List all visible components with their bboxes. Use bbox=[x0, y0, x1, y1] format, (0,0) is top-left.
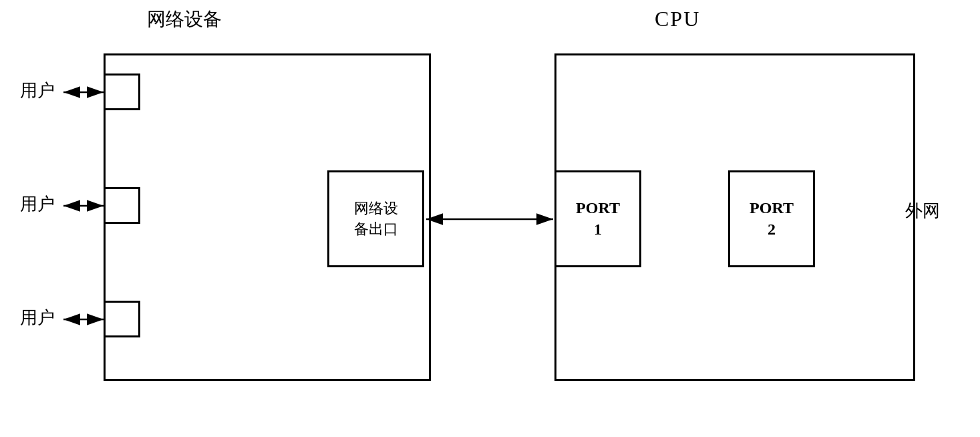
user-label-1: 用户 bbox=[20, 79, 55, 102]
user-label-2: 用户 bbox=[20, 192, 55, 216]
port1-box: PORT1 bbox=[554, 170, 641, 267]
user-label-3: 用户 bbox=[20, 306, 55, 329]
network-exit-box: 网络设备出口 bbox=[327, 170, 424, 267]
user-port-3 bbox=[104, 301, 140, 337]
label-network-device: 网络设备 bbox=[147, 7, 222, 32]
user-port-2 bbox=[104, 187, 140, 224]
network-exit-label: 网络设备出口 bbox=[354, 198, 398, 240]
label-cpu: CPU bbox=[655, 7, 700, 31]
port1-label: PORT1 bbox=[576, 198, 620, 239]
label-outer-net: 外网 bbox=[905, 199, 940, 223]
port2-box: PORT2 bbox=[728, 170, 815, 267]
user-port-1 bbox=[104, 74, 140, 110]
port2-label: PORT2 bbox=[750, 198, 794, 239]
diagram-container: 网络设备 CPU 用户 用户 用户 bbox=[0, 0, 980, 437]
